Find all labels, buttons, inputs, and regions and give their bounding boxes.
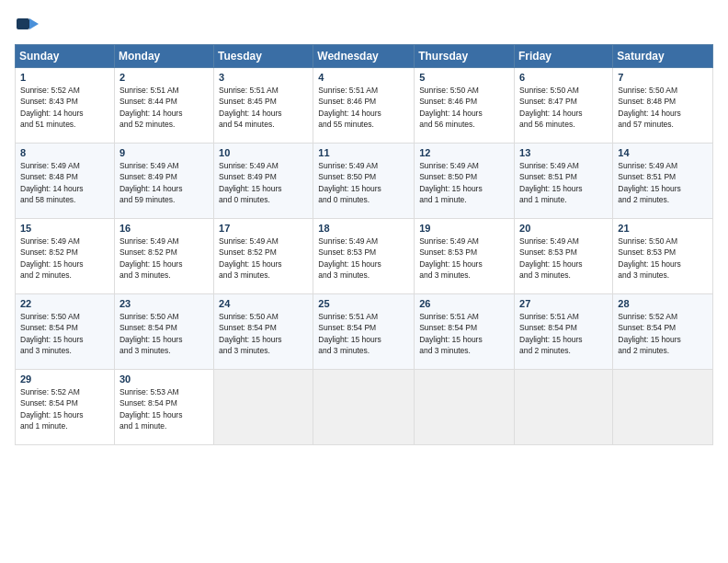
day-info: Sunrise: 5:51 AM Sunset: 8:54 PM Dayligh… xyxy=(419,311,509,356)
day-number: 8 xyxy=(20,147,109,158)
day-number: 15 xyxy=(20,223,109,234)
day-info: Sunrise: 5:49 AM Sunset: 8:49 PM Dayligh… xyxy=(219,160,308,205)
header xyxy=(15,11,713,37)
day-info: Sunrise: 5:49 AM Sunset: 8:50 PM Dayligh… xyxy=(318,160,409,205)
day-info: Sunrise: 5:50 AM Sunset: 8:47 PM Dayligh… xyxy=(519,85,608,130)
calendar-body: 1Sunrise: 5:52 AM Sunset: 8:43 PM Daylig… xyxy=(16,68,713,445)
calendar-cell xyxy=(313,370,415,445)
day-number: 18 xyxy=(318,223,409,234)
day-info: Sunrise: 5:49 AM Sunset: 8:51 PM Dayligh… xyxy=(618,160,708,205)
day-number: 22 xyxy=(20,298,109,309)
day-info: Sunrise: 5:51 AM Sunset: 8:54 PM Dayligh… xyxy=(318,311,409,356)
calendar-cell xyxy=(515,370,613,445)
calendar-cell: 8Sunrise: 5:49 AM Sunset: 8:48 PM Daylig… xyxy=(16,144,115,219)
day-header-saturday: Saturday xyxy=(613,45,713,68)
logo xyxy=(15,11,42,37)
day-number: 14 xyxy=(618,147,708,158)
day-number: 26 xyxy=(419,298,509,309)
day-info: Sunrise: 5:49 AM Sunset: 8:51 PM Dayligh… xyxy=(519,160,608,205)
calendar-cell xyxy=(613,370,713,445)
calendar-cell: 1Sunrise: 5:52 AM Sunset: 8:43 PM Daylig… xyxy=(16,68,115,144)
calendar-cell: 16Sunrise: 5:49 AM Sunset: 8:52 PM Dayli… xyxy=(114,219,213,294)
day-number: 28 xyxy=(618,298,708,309)
calendar-cell: 13Sunrise: 5:49 AM Sunset: 8:51 PM Dayli… xyxy=(515,144,613,219)
calendar-cell: 15Sunrise: 5:49 AM Sunset: 8:52 PM Dayli… xyxy=(16,219,115,294)
calendar-cell: 29Sunrise: 5:52 AM Sunset: 8:54 PM Dayli… xyxy=(16,370,115,445)
day-number: 1 xyxy=(20,72,109,83)
calendar-cell: 7Sunrise: 5:50 AM Sunset: 8:48 PM Daylig… xyxy=(613,68,713,144)
day-number: 30 xyxy=(119,373,209,385)
logo-icon xyxy=(15,11,40,37)
calendar-cell: 18Sunrise: 5:49 AM Sunset: 8:53 PM Dayli… xyxy=(313,219,415,294)
day-info: Sunrise: 5:50 AM Sunset: 8:54 PM Dayligh… xyxy=(219,311,308,356)
svg-rect-0 xyxy=(17,18,29,29)
day-number: 17 xyxy=(219,223,308,234)
calendar-cell: 26Sunrise: 5:51 AM Sunset: 8:54 PM Dayli… xyxy=(415,294,515,370)
svg-marker-1 xyxy=(29,18,39,29)
day-header-wednesday: Wednesday xyxy=(313,45,415,68)
calendar-cell: 5Sunrise: 5:50 AM Sunset: 8:46 PM Daylig… xyxy=(415,68,515,144)
day-number: 5 xyxy=(419,72,509,83)
day-number: 6 xyxy=(519,72,608,83)
calendar-cell: 2Sunrise: 5:51 AM Sunset: 8:44 PM Daylig… xyxy=(114,68,213,144)
calendar-cell: 4Sunrise: 5:51 AM Sunset: 8:46 PM Daylig… xyxy=(313,68,415,144)
calendar-cell: 28Sunrise: 5:52 AM Sunset: 8:54 PM Dayli… xyxy=(613,294,713,370)
day-info: Sunrise: 5:50 AM Sunset: 8:53 PM Dayligh… xyxy=(618,236,708,281)
day-number: 10 xyxy=(219,147,308,158)
calendar-cell: 17Sunrise: 5:49 AM Sunset: 8:52 PM Dayli… xyxy=(214,219,313,294)
day-number: 3 xyxy=(219,72,308,83)
day-info: Sunrise: 5:49 AM Sunset: 8:53 PM Dayligh… xyxy=(318,236,409,281)
day-number: 27 xyxy=(519,298,608,309)
calendar-cell: 24Sunrise: 5:50 AM Sunset: 8:54 PM Dayli… xyxy=(214,294,313,370)
day-number: 29 xyxy=(20,373,109,385)
calendar-header-row: SundayMondayTuesdayWednesdayThursdayFrid… xyxy=(16,45,713,68)
day-number: 9 xyxy=(119,147,209,158)
calendar-cell: 19Sunrise: 5:49 AM Sunset: 8:53 PM Dayli… xyxy=(415,219,515,294)
calendar-week-row: 1Sunrise: 5:52 AM Sunset: 8:43 PM Daylig… xyxy=(16,68,713,144)
day-info: Sunrise: 5:49 AM Sunset: 8:52 PM Dayligh… xyxy=(219,236,308,281)
calendar-cell: 23Sunrise: 5:50 AM Sunset: 8:54 PM Dayli… xyxy=(114,294,213,370)
day-number: 20 xyxy=(519,223,608,234)
calendar-cell: 14Sunrise: 5:49 AM Sunset: 8:51 PM Dayli… xyxy=(613,144,713,219)
calendar-cell: 12Sunrise: 5:49 AM Sunset: 8:50 PM Dayli… xyxy=(415,144,515,219)
day-info: Sunrise: 5:50 AM Sunset: 8:46 PM Dayligh… xyxy=(419,85,509,130)
calendar-week-row: 29Sunrise: 5:52 AM Sunset: 8:54 PM Dayli… xyxy=(16,370,713,445)
day-info: Sunrise: 5:50 AM Sunset: 8:48 PM Dayligh… xyxy=(618,85,708,130)
calendar-cell: 3Sunrise: 5:51 AM Sunset: 8:45 PM Daylig… xyxy=(214,68,313,144)
calendar-cell: 22Sunrise: 5:50 AM Sunset: 8:54 PM Dayli… xyxy=(16,294,115,370)
day-number: 4 xyxy=(318,72,409,83)
calendar-cell: 27Sunrise: 5:51 AM Sunset: 8:54 PM Dayli… xyxy=(515,294,613,370)
calendar-week-row: 22Sunrise: 5:50 AM Sunset: 8:54 PM Dayli… xyxy=(16,294,713,370)
calendar-cell: 10Sunrise: 5:49 AM Sunset: 8:49 PM Dayli… xyxy=(214,144,313,219)
day-number: 12 xyxy=(419,147,509,158)
day-header-tuesday: Tuesday xyxy=(214,45,313,68)
day-number: 2 xyxy=(119,72,209,83)
calendar-week-row: 8Sunrise: 5:49 AM Sunset: 8:48 PM Daylig… xyxy=(16,144,713,219)
calendar-week-row: 15Sunrise: 5:49 AM Sunset: 8:52 PM Dayli… xyxy=(16,219,713,294)
calendar-cell xyxy=(214,370,313,445)
page: SundayMondayTuesdayWednesdayThursdayFrid… xyxy=(0,0,728,563)
day-number: 11 xyxy=(318,147,409,158)
day-number: 21 xyxy=(618,223,708,234)
day-info: Sunrise: 5:51 AM Sunset: 8:44 PM Dayligh… xyxy=(119,85,209,130)
day-header-thursday: Thursday xyxy=(415,45,515,68)
calendar-cell: 25Sunrise: 5:51 AM Sunset: 8:54 PM Dayli… xyxy=(313,294,415,370)
day-info: Sunrise: 5:49 AM Sunset: 8:52 PM Dayligh… xyxy=(20,236,109,281)
day-header-friday: Friday xyxy=(515,45,613,68)
calendar-cell: 30Sunrise: 5:53 AM Sunset: 8:54 PM Dayli… xyxy=(114,370,213,445)
day-info: Sunrise: 5:51 AM Sunset: 8:45 PM Dayligh… xyxy=(219,85,308,130)
calendar-cell: 21Sunrise: 5:50 AM Sunset: 8:53 PM Dayli… xyxy=(613,219,713,294)
day-number: 7 xyxy=(618,72,708,83)
day-info: Sunrise: 5:49 AM Sunset: 8:53 PM Dayligh… xyxy=(419,236,509,281)
day-info: Sunrise: 5:49 AM Sunset: 8:53 PM Dayligh… xyxy=(519,236,608,281)
calendar-cell: 20Sunrise: 5:49 AM Sunset: 8:53 PM Dayli… xyxy=(515,219,613,294)
day-header-monday: Monday xyxy=(114,45,213,68)
day-info: Sunrise: 5:49 AM Sunset: 8:48 PM Dayligh… xyxy=(20,160,109,205)
day-info: Sunrise: 5:50 AM Sunset: 8:54 PM Dayligh… xyxy=(119,311,209,356)
day-number: 19 xyxy=(419,223,509,234)
day-header-sunday: Sunday xyxy=(16,45,115,68)
day-info: Sunrise: 5:51 AM Sunset: 8:46 PM Dayligh… xyxy=(318,85,409,130)
day-info: Sunrise: 5:52 AM Sunset: 8:54 PM Dayligh… xyxy=(618,311,708,356)
day-number: 16 xyxy=(119,223,209,234)
calendar-cell: 6Sunrise: 5:50 AM Sunset: 8:47 PM Daylig… xyxy=(515,68,613,144)
